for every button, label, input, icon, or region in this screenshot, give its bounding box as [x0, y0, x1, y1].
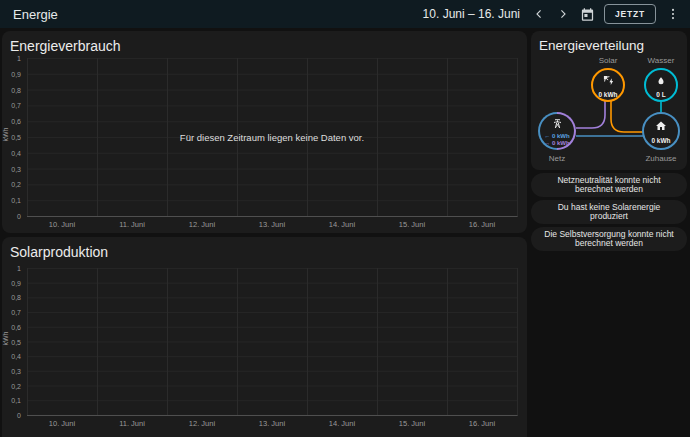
y-tick: 0,4 — [11, 353, 21, 360]
solar-node-label: Solar — [578, 56, 638, 65]
y-tick: 0,9 — [11, 70, 21, 77]
y-tick: 0,2 — [11, 382, 21, 389]
solar-production-card: Solarproduktion 1 0,9 0,8 0,7 0,6 0,5 0,… — [2, 237, 527, 437]
home-icon — [655, 118, 667, 136]
chevron-left-icon — [532, 7, 546, 21]
solar-y-axis-unit: kWh — [2, 332, 9, 346]
x-tick: 12. Juni — [167, 419, 237, 428]
solar-x-axis: 10. Juni 11. Juni 12. Juni 13. Juni 14. … — [27, 419, 517, 428]
grid-node: ← 0 kWh → 0 kWh — [538, 112, 576, 150]
grid-node-label: Netz — [531, 154, 583, 163]
calendar-button[interactable] — [576, 3, 598, 25]
page-title: Energie — [13, 7, 58, 22]
x-tick: 10. Juni — [27, 220, 97, 229]
x-tick: 16. Juni — [447, 419, 517, 428]
x-tick: 14. Juni — [307, 220, 377, 229]
water-drop-icon — [656, 72, 666, 90]
y-tick: 0 — [17, 213, 21, 220]
solar-node: 0 kWh — [591, 68, 625, 102]
y-tick: 0,3 — [11, 165, 21, 172]
consumption-plot-area — [27, 58, 518, 217]
date-range-label: 10. Juni – 16. Juni — [423, 7, 520, 21]
y-tick: 0,5 — [11, 338, 21, 345]
grid-consumption-value: ← 0 kWh — [544, 133, 569, 141]
y-tick: 0,7 — [11, 102, 21, 109]
grid-return-value: → 0 kWh — [544, 140, 569, 148]
x-tick: 16. Juni — [447, 220, 517, 229]
x-tick: 10. Juni — [27, 419, 97, 428]
x-tick: 12. Juni — [167, 220, 237, 229]
water-node-label: Wasser — [631, 56, 690, 65]
calendar-today-icon — [580, 7, 595, 22]
y-tick: 0,5 — [11, 134, 21, 141]
x-tick: 15. Juni — [377, 419, 447, 428]
x-tick: 11. Juni — [97, 220, 167, 229]
x-tick: 11. Juni — [97, 419, 167, 428]
x-tick: 13. Juni — [237, 419, 307, 428]
y-tick: 0,2 — [11, 181, 21, 188]
energy-distribution-card: Energieverteilung Solar Wasser Netz Zuha… — [531, 31, 687, 170]
y-tick: 0,6 — [11, 323, 21, 330]
transmission-tower-icon — [552, 115, 563, 133]
app-header: Energie 10. Juni – 16. Juni JETZT — [0, 0, 690, 28]
consumption-x-axis: 10. Juni 11. Juni 12. Juni 13. Juni 14. … — [27, 220, 517, 229]
solar-node-value: 0 kWh — [598, 91, 617, 98]
y-tick: 0,1 — [11, 397, 21, 404]
y-tick: 1 — [17, 55, 21, 62]
solar-power-icon — [603, 72, 614, 90]
y-tick: 0,8 — [11, 294, 21, 301]
grid-neutrality-message: Netzneutralität konnte nicht berechnet w… — [531, 173, 687, 197]
home-node-label: Zuhause — [635, 154, 687, 163]
now-button[interactable]: JETZT — [604, 4, 656, 24]
x-tick: 13. Juni — [237, 220, 307, 229]
prev-period-button[interactable] — [528, 3, 550, 25]
y-tick: 0,6 — [11, 118, 21, 125]
solar-chart-title: Solarproduktion — [10, 244, 108, 260]
y-tick: 1 — [17, 265, 21, 272]
x-tick: 15. Juni — [377, 220, 447, 229]
home-node: 0 kWh — [642, 112, 680, 150]
y-tick: 0,8 — [11, 86, 21, 93]
y-tick: 0,9 — [11, 279, 21, 286]
y-tick: 0,7 — [11, 309, 21, 316]
y-tick: 0,1 — [11, 197, 21, 204]
kebab-menu-icon — [666, 7, 680, 21]
no-solar-message: Du hast keine Solarenergie produziert — [531, 200, 687, 224]
y-tick: 0,4 — [11, 149, 21, 156]
consumption-chart-title: Energieverbrauch — [10, 38, 121, 54]
x-tick: 14. Juni — [307, 419, 377, 428]
menu-button[interactable] — [662, 3, 684, 25]
water-node: 0 L — [644, 68, 678, 102]
next-period-button[interactable] — [552, 3, 574, 25]
solar-plot-area — [27, 268, 518, 416]
water-node-value: 0 L — [656, 91, 665, 98]
energy-consumption-card: Energieverbrauch 1 0,9 0,8 0,7 0,6 0,5 0… — [2, 31, 527, 233]
home-node-value: 0 kWh — [651, 137, 670, 144]
y-tick: 0,3 — [11, 367, 21, 374]
consumption-y-axis-unit: kWh — [2, 128, 9, 142]
chevron-right-icon — [556, 7, 570, 21]
header-controls: 10. Juni – 16. Juni JETZT — [423, 3, 690, 25]
grid-node-inner: ← 0 kWh → 0 kWh — [540, 114, 574, 148]
self-sufficiency-message: Die Selbstversorgung konnte nicht berech… — [531, 227, 687, 251]
y-tick: 0 — [17, 412, 21, 419]
